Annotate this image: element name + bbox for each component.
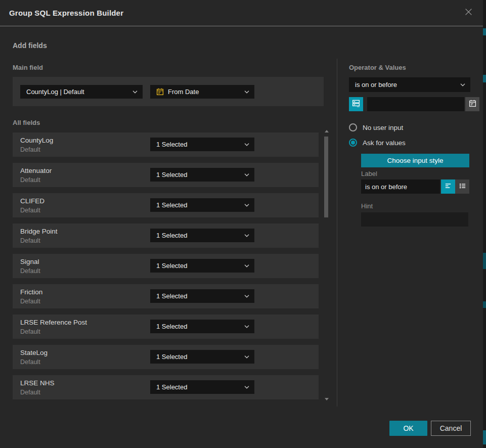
chevron-down-icon	[244, 143, 249, 146]
field-values-dropdown[interactable]: 1 Selected	[150, 229, 254, 242]
field-name: Attenuator	[20, 167, 52, 174]
set-from-data-button[interactable]	[349, 97, 363, 111]
chevron-down-icon	[244, 204, 249, 207]
field-sublabel: Default	[20, 359, 40, 366]
dialog-title: Group SQL Expression Builder	[9, 9, 123, 17]
background-fragment	[483, 253, 486, 269]
list-style-button[interactable]	[455, 180, 469, 194]
chevron-down-icon	[132, 91, 138, 94]
scrollbar-down-arrow[interactable]	[325, 398, 329, 400]
chevron-down-icon	[460, 83, 465, 86]
background-fragment	[483, 301, 486, 308]
all-fields-list: CountyLog Default 1 Selected Attenuator …	[13, 132, 319, 399]
field-row-countylog: CountyLog Default 1 Selected	[13, 132, 319, 157]
field-values-selected: 1 Selected	[156, 201, 240, 209]
align-left-icon	[445, 182, 452, 192]
chevron-down-icon	[244, 264, 249, 267]
main-field-select-dropdown[interactable]: From Date	[150, 85, 254, 99]
ok-button[interactable]: OK	[389, 421, 427, 436]
label-input[interactable]	[361, 180, 440, 194]
scrollbar-thumb[interactable]	[324, 137, 328, 217]
main-field-label: Main field	[13, 64, 43, 71]
hint-caption: Hint	[361, 202, 373, 210]
field-name: CountyLog	[20, 137, 53, 144]
date-value-input[interactable]	[367, 97, 464, 111]
field-values-dropdown[interactable]: 1 Selected	[150, 138, 254, 151]
field-name: Friction	[20, 288, 42, 296]
close-button[interactable]	[461, 6, 476, 21]
field-name: LRSE NHS	[20, 379, 55, 387]
layer-select-value: CountyLog | Default	[26, 88, 128, 96]
radio-ask-for-values[interactable]: Ask for values	[349, 139, 406, 147]
main-field-panel: CountyLog | Default From Date	[13, 77, 324, 106]
radio-ask-for-values-label: Ask for values	[363, 139, 406, 147]
field-name: StateLog	[20, 349, 48, 356]
group-sql-expression-builder-dialog: Group SQL Expression Builder Add fields …	[0, 0, 483, 448]
field-values-dropdown[interactable]: 1 Selected	[150, 350, 254, 364]
field-values-dropdown[interactable]: 1 Selected	[150, 380, 254, 394]
chevron-down-icon	[244, 325, 249, 328]
calendar-icon	[469, 100, 476, 109]
radio-circle	[349, 123, 357, 131]
field-values-selected: 1 Selected	[156, 383, 240, 391]
chevron-down-icon	[244, 355, 249, 359]
field-values-selected: 1 Selected	[156, 232, 240, 239]
field-values-selected: 1 Selected	[156, 292, 240, 300]
background-fragment	[483, 75, 486, 82]
chevron-down-icon	[244, 295, 249, 298]
stacked-rows-icon	[352, 99, 360, 109]
field-sublabel: Default	[20, 298, 40, 305]
field-values-dropdown[interactable]: 1 Selected	[150, 168, 254, 182]
value-input-row	[349, 97, 470, 111]
layer-select-dropdown[interactable]: CountyLog | Default	[20, 85, 143, 99]
label-caption: Label	[361, 170, 377, 177]
field-row-clifed: CLIFED Default 1 Selected	[13, 193, 319, 217]
chevron-down-icon	[244, 386, 249, 389]
field-values-selected: 1 Selected	[156, 171, 240, 178]
field-sublabel: Default	[20, 237, 40, 244]
scrollbar-up-arrow[interactable]	[325, 130, 329, 132]
field-row-signal: Signal Default 1 Selected	[13, 254, 319, 278]
radio-no-user-input-label: No user input	[363, 124, 403, 131]
field-values-dropdown[interactable]: 1 Selected	[150, 320, 254, 333]
field-row-lrse-reference-post: LRSE Reference Post Default 1 Selected	[13, 315, 319, 339]
field-row-friction: Friction Default 1 Selected	[13, 284, 319, 308]
field-sublabel: Default	[20, 267, 40, 275]
operator-values-heading: Operator & Values	[349, 64, 406, 71]
panel-divider	[337, 59, 337, 407]
field-sublabel: Default	[20, 146, 40, 153]
radio-no-user-input[interactable]: No user input	[349, 123, 403, 131]
choose-input-style-button[interactable]: Choose input style	[361, 154, 469, 167]
field-row-lrse-nhs: LRSE NHS Default 1 Selected	[13, 375, 319, 399]
chevron-down-icon	[244, 91, 249, 94]
operator-dropdown[interactable]: is on or before	[349, 77, 470, 92]
field-values-selected: 1 Selected	[156, 262, 240, 270]
radio-circle	[349, 139, 357, 147]
main-field-select-value: From Date	[168, 88, 240, 96]
single-line-style-button[interactable]	[441, 180, 455, 194]
field-values-dropdown[interactable]: 1 Selected	[150, 289, 254, 303]
hint-input[interactable]	[361, 212, 468, 227]
cancel-button[interactable]: Cancel	[431, 421, 471, 436]
chevron-down-icon	[244, 234, 249, 237]
field-sublabel: Default	[20, 176, 40, 184]
field-sublabel: Default	[20, 389, 40, 396]
field-name: LRSE Reference Post	[20, 319, 87, 326]
dialog-titlebar: Group SQL Expression Builder	[0, 0, 483, 26]
date-calendar-icon	[156, 88, 164, 96]
field-row-attenuator: Attenuator Default 1 Selected	[13, 163, 319, 187]
all-fields-label: All fields	[13, 119, 40, 126]
date-picker-button[interactable]	[465, 97, 479, 111]
background-fragment	[483, 430, 486, 444]
label-input-row	[361, 180, 469, 194]
field-values-dropdown[interactable]: 1 Selected	[150, 259, 254, 273]
background-fragment	[483, 28, 486, 35]
operator-value: is on or before	[355, 81, 456, 88]
field-values-selected: 1 Selected	[156, 323, 240, 330]
operator-values-panel: Operator & Values is on or before	[349, 59, 470, 413]
field-values-dropdown[interactable]: 1 Selected	[150, 198, 254, 212]
screen: Group SQL Expression Builder Add fields …	[0, 0, 486, 448]
field-name: CLIFED	[20, 197, 45, 205]
close-icon	[465, 8, 472, 18]
field-row-statelog: StateLog Default 1 Selected	[13, 345, 319, 369]
